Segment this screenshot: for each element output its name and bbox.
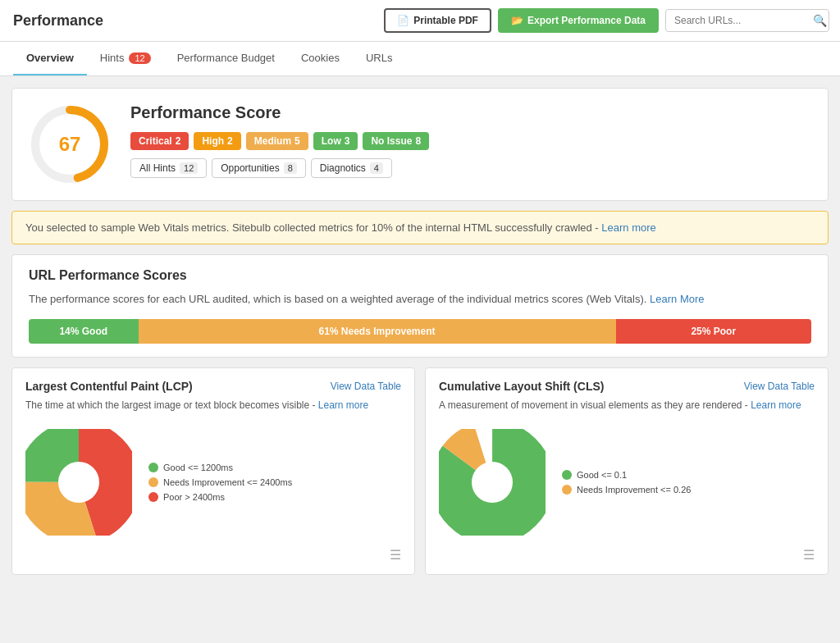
lcp-legend-poor: Poor > 2400ms (148, 492, 292, 502)
score-circle: 67 (29, 103, 111, 185)
badge-low: Low 3 (313, 132, 358, 150)
cls-card: Cumulative Layout Shift (CLS) View Data … (425, 367, 829, 575)
page-title: Performance (13, 12, 103, 30)
lcp-legend-needs: Needs Improvement <= 2400ms (148, 477, 292, 487)
hints-badge: 12 (129, 52, 150, 64)
score-value: 67 (59, 133, 81, 156)
export-icon: 📂 (511, 15, 523, 26)
badge-critical: Critical 2 (130, 132, 189, 150)
tab-cookies[interactable]: Cookies (288, 42, 353, 75)
learn-more-link[interactable]: Learn more (601, 221, 655, 234)
url-scores-title: URL Performance Scores (29, 268, 811, 283)
badge-medium: Medium 5 (246, 132, 308, 150)
cls-legend-needs: Needs Improvement <= 0.26 (562, 485, 691, 495)
search-input[interactable] (665, 9, 829, 32)
cls-legend-good: Good <= 0.1 (562, 470, 691, 480)
bar-poor: 25% Poor (616, 319, 812, 344)
badge-high: High 2 (194, 132, 240, 150)
cls-header: Cumulative Layout Shift (CLS) View Data … (439, 380, 815, 393)
cls-learn-link[interactable]: Learn more (751, 399, 801, 411)
export-button[interactable]: 📂 Export Performance Data (498, 8, 659, 33)
filter-all-hints[interactable]: All Hints 12 (130, 158, 207, 178)
cls-legend: Good <= 0.1 Needs Improvement <= 0.26 (562, 470, 691, 495)
url-scores-desc: The performance scores for each URL audi… (29, 291, 811, 308)
url-scores-card: URL Performance Scores The performance s… (11, 254, 829, 358)
search-icon: 🔍 (813, 14, 827, 27)
lcp-header: Largest Contentful Paint (LCP) View Data… (25, 380, 401, 393)
lcp-dot-good (148, 463, 158, 472)
header-actions: 📄 Printable PDF 📂 Export Performance Dat… (384, 8, 827, 33)
performance-bar: 14% Good 61% Needs Improvement 25% Poor (29, 319, 811, 344)
badge-row: Critical 2 High 2 Medium 5 Low 3 No Issu… (130, 132, 811, 150)
tab-overview[interactable]: Overview (13, 42, 87, 75)
tab-performance-budget[interactable]: Performance Budget (164, 42, 288, 75)
cls-footer: ☰ (439, 542, 815, 563)
lcp-pie-chart (25, 429, 132, 536)
bar-needs-improvement: 61% Needs Improvement (139, 319, 616, 344)
cls-chart-area: Good <= 0.1 Needs Improvement <= 0.26 (439, 422, 815, 542)
score-title: Performance Score (130, 103, 811, 122)
cls-desc: A measurement of movement in visual elem… (439, 398, 815, 413)
cls-dot-good (562, 470, 572, 480)
cls-title: Cumulative Layout Shift (CLS) (439, 380, 604, 393)
badge-noissue: No Issue 8 (363, 132, 429, 150)
lcp-card: Largest Contentful Paint (LCP) View Data… (11, 367, 415, 575)
filter-opportunities[interactable]: Opportunities 8 (212, 158, 306, 178)
filter-row: All Hints 12 Opportunities 8 Diagnotics … (130, 158, 811, 178)
tabs-bar: Overview Hints 12 Performance Budget Coo… (0, 42, 840, 76)
lcp-chart-area: Good <= 1200ms Needs Improvement <= 2400… (25, 422, 401, 542)
lcp-learn-link[interactable]: Learn more (318, 399, 368, 411)
cls-view-data-link[interactable]: View Data Table (744, 381, 815, 392)
tab-urls[interactable]: URLs (353, 42, 406, 75)
header: Performance 📄 Printable PDF 📂 Export Per… (0, 0, 840, 42)
file-icon: 📄 (397, 15, 409, 26)
main-content: 67 Performance Score Critical 2 High 2 M… (0, 76, 840, 586)
performance-score-card: 67 Performance Score Critical 2 High 2 M… (11, 88, 829, 201)
tab-hints[interactable]: Hints 12 (87, 42, 164, 75)
metric-cards: Largest Contentful Paint (LCP) View Data… (11, 367, 829, 575)
lcp-footer: ☰ (25, 542, 401, 563)
info-banner: You selected to sample Web Vitals metric… (11, 211, 829, 244)
lcp-desc: The time at which the largest image or t… (25, 398, 401, 413)
filter-diagnostics[interactable]: Diagnotics 4 (311, 158, 392, 178)
cls-pie-chart (439, 429, 546, 536)
lcp-dot-poor (148, 492, 158, 502)
svg-point-7 (451, 441, 533, 523)
lcp-legend-good: Good <= 1200ms (148, 463, 292, 472)
cls-dot-needs (562, 485, 572, 495)
url-scores-learn-more[interactable]: Learn More (650, 293, 704, 305)
lcp-legend: Good <= 1200ms Needs Improvement <= 2400… (148, 463, 292, 502)
svg-point-4 (38, 441, 120, 523)
cls-menu-icon[interactable]: ☰ (803, 547, 815, 563)
lcp-view-data-link[interactable]: View Data Table (331, 381, 401, 392)
lcp-title: Largest Contentful Paint (LCP) (25, 380, 193, 393)
score-info: Performance Score Critical 2 High 2 Medi… (130, 103, 811, 178)
lcp-dot-needs (148, 477, 158, 487)
bar-good: 14% Good (29, 319, 139, 344)
lcp-menu-icon[interactable]: ☰ (390, 547, 401, 563)
printable-pdf-button[interactable]: 📄 Printable PDF (384, 8, 491, 33)
